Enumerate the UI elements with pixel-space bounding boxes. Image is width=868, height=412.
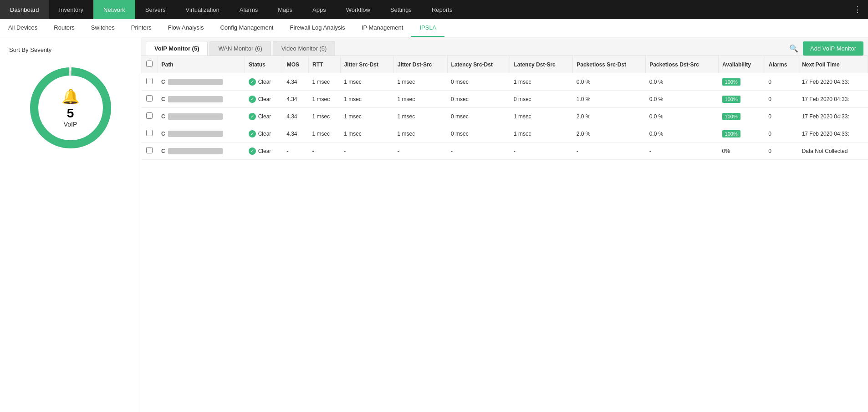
row-jitter-src-dst-cell: 1 msec xyxy=(340,125,393,142)
table-header-row: Path Status MOS RTT Jitter Src-Dst Jitte… xyxy=(141,56,868,73)
row-mos-cell: 4.34 xyxy=(283,108,308,125)
tab-voip-monitor[interactable]: VoIP Monitor (5) xyxy=(146,41,208,56)
path-bar xyxy=(168,96,223,102)
search-icon[interactable]: 🔍 xyxy=(785,41,803,56)
availability-bar: 100% xyxy=(722,96,740,103)
row-jitter-dst-src-cell: 1 msec xyxy=(394,73,447,91)
row-packet-src-dst-cell: - xyxy=(573,142,646,160)
nav-item-servers[interactable]: Servers xyxy=(135,0,176,19)
nav-item-virtualization[interactable]: Virtualization xyxy=(176,0,230,19)
row-rtt-cell: - xyxy=(309,142,341,160)
row-next-poll-cell: 17 Feb 2020 04:33: xyxy=(798,108,868,125)
row-checkbox-cell xyxy=(141,108,158,125)
row-checkbox-cell xyxy=(141,142,158,160)
row-path-cell: C xyxy=(158,73,245,91)
row-alarms-cell: 0 xyxy=(765,125,798,142)
sub-nav-routers[interactable]: Routers xyxy=(46,19,83,37)
row-latency-src-dst-cell: - xyxy=(447,142,510,160)
sub-nav-all-devices[interactable]: All Devices xyxy=(0,19,46,37)
status-icon: ✓ xyxy=(249,113,256,120)
row-alarms-cell: 0 xyxy=(765,73,798,91)
path-bar xyxy=(168,148,223,154)
row-next-poll-cell: 17 Feb 2020 04:33: xyxy=(798,125,868,142)
row-checkbox-0[interactable] xyxy=(146,78,153,84)
col-next-poll-time: Next Poll Time xyxy=(798,56,868,73)
table-wrapper: Path Status MOS RTT Jitter Src-Dst Jitte… xyxy=(141,56,868,412)
add-voip-monitor-button[interactable]: Add VoIP Monitor xyxy=(803,41,863,56)
col-rtt: RTT xyxy=(309,56,341,73)
row-latency-src-dst-cell: 0 msec xyxy=(447,108,510,125)
row-packet-dst-src-cell: 0.0 % xyxy=(646,73,719,91)
sub-nav-config-management[interactable]: Config Management xyxy=(212,19,281,37)
row-packet-src-dst-cell: 1.0 % xyxy=(573,91,646,108)
sub-nav-firewall-log-analysis[interactable]: Firewall Log Analysis xyxy=(281,19,353,37)
row-availability-cell: 100% xyxy=(719,91,765,108)
row-rtt-cell: 1 msec xyxy=(309,91,341,108)
tab-wan-monitor[interactable]: WAN Monitor (6) xyxy=(209,41,271,56)
row-alarms-cell: 0 xyxy=(765,142,798,160)
sub-nav-ip-management[interactable]: IP Management xyxy=(353,19,412,37)
row-mos-cell: - xyxy=(283,142,308,160)
path-letter: C xyxy=(161,148,165,154)
nav-item-network[interactable]: Network xyxy=(93,0,135,19)
row-packet-src-dst-cell: 2.0 % xyxy=(573,125,646,142)
availability-bar: 100% xyxy=(722,130,740,137)
row-mos-cell: 4.34 xyxy=(283,125,308,142)
top-nav: Dashboard Inventory Network Servers Virt… xyxy=(0,0,868,19)
nav-item-workflow[interactable]: Workflow xyxy=(336,0,380,19)
row-mos-cell: 4.34 xyxy=(283,91,308,108)
status-label: Clear xyxy=(258,79,271,85)
row-path-cell: C xyxy=(158,125,245,142)
row-availability-cell: 100% xyxy=(719,125,765,142)
row-availability-cell: 0% xyxy=(719,142,765,160)
sub-nav-switches[interactable]: Switches xyxy=(83,19,123,37)
row-availability-cell: 100% xyxy=(719,108,765,125)
col-packetloss-dst-src: Packetloss Dst-Src xyxy=(646,56,719,73)
nav-item-apps[interactable]: Apps xyxy=(302,0,336,19)
nav-item-settings[interactable]: Settings xyxy=(380,0,422,19)
nav-item-dashboard[interactable]: Dashboard xyxy=(0,0,49,19)
table-body: C ✓ Clear 4.34 1 msec 1 msec 1 msec 0 ms… xyxy=(141,73,868,160)
row-next-poll-cell: 17 Feb 2020 04:33: xyxy=(798,73,868,91)
row-latency-src-dst-cell: 0 msec xyxy=(447,91,510,108)
status-label: Clear xyxy=(258,113,271,120)
row-rtt-cell: 1 msec xyxy=(309,125,341,142)
row-checkbox-2[interactable] xyxy=(146,112,153,119)
table-row: C ✓ Clear 4.34 1 msec 1 msec 1 msec 0 ms… xyxy=(141,91,868,108)
table-row: C ✓ Clear - - - - - - - - 0% 0 Data Not … xyxy=(141,142,868,160)
table-row: C ✓ Clear 4.34 1 msec 1 msec 1 msec 0 ms… xyxy=(141,73,868,91)
row-rtt-cell: 1 msec xyxy=(309,73,341,91)
status-icon: ✓ xyxy=(249,78,256,86)
select-all-checkbox[interactable] xyxy=(146,61,153,67)
tabs-row: VoIP Monitor (5) WAN Monitor (6) Video M… xyxy=(141,37,868,56)
row-checkbox-1[interactable] xyxy=(146,95,153,102)
col-checkbox xyxy=(141,56,158,73)
col-availability: Availability xyxy=(719,56,765,73)
status-label: Clear xyxy=(258,96,271,102)
sub-nav-printers[interactable]: Printers xyxy=(123,19,160,37)
row-next-poll-cell: Data Not Collected xyxy=(798,142,868,160)
row-latency-dst-src-cell: - xyxy=(510,142,573,160)
sub-nav-ipsla[interactable]: IPSLA xyxy=(411,19,444,37)
donut-chart: 🔔 5 VoIP xyxy=(25,62,116,153)
nav-item-alarms[interactable]: Alarms xyxy=(230,0,268,19)
nav-item-maps[interactable]: Maps xyxy=(268,0,302,19)
status-icon: ✓ xyxy=(249,148,256,155)
path-letter: C xyxy=(161,131,165,137)
path-letter: C xyxy=(161,96,165,102)
nav-item-inventory[interactable]: Inventory xyxy=(49,0,93,19)
row-latency-src-dst-cell: 0 msec xyxy=(447,73,510,91)
tab-video-monitor[interactable]: Video Monitor (5) xyxy=(273,41,335,56)
sort-label: Sort By Severity xyxy=(0,46,51,53)
col-alarms: Alarms xyxy=(765,56,798,73)
sub-nav-flow-analysis[interactable]: Flow Analysis xyxy=(160,19,212,37)
more-options-icon[interactable]: ⋮ xyxy=(847,5,868,15)
row-availability-cell: 100% xyxy=(719,73,765,91)
path-letter: C xyxy=(161,113,165,120)
row-checkbox-3[interactable] xyxy=(146,130,153,136)
row-checkbox-4[interactable] xyxy=(146,147,153,153)
content-area: Sort By Severity 🔔 5 VoIP VoIP Monitor (… xyxy=(0,37,868,412)
main-panel: VoIP Monitor (5) WAN Monitor (6) Video M… xyxy=(141,37,868,412)
row-jitter-dst-src-cell: 1 msec xyxy=(394,91,447,108)
nav-item-reports[interactable]: Reports xyxy=(422,0,463,19)
